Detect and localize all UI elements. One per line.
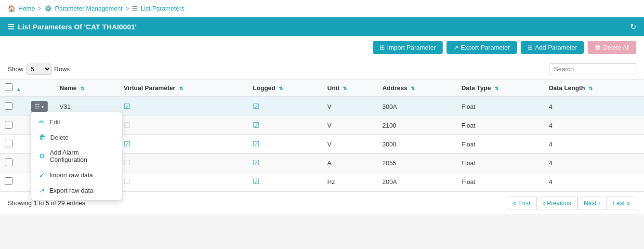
row-address: 200A (378, 172, 457, 191)
row-checkbox-cell (0, 154, 26, 172)
export-icon: ↗ (453, 44, 459, 51)
row-checkbox[interactable] (5, 102, 13, 110)
last-page-button[interactable]: Last » (607, 197, 636, 210)
row-unit: V (323, 116, 378, 135)
logged-checked-icon: ☑ (253, 177, 259, 185)
search-input[interactable] (550, 63, 636, 75)
table-container: ▲ Name ⇅ Virtual Parameter ⇅ Logged ⇅ Un… (0, 79, 644, 191)
previous-page-button[interactable]: ‹ Previous (537, 197, 578, 210)
th-virtual: Virtual Parameter ⇅ (119, 79, 248, 97)
th-logged: Logged ⇅ (248, 79, 323, 97)
first-page-button[interactable]: « First (507, 197, 537, 210)
row-unit: A (323, 154, 378, 172)
show-label: Show (8, 66, 24, 73)
row-logged: ☑ (248, 172, 323, 191)
toolbar: ⊞ Import Parameter ↗ Export Parameter ⊞ … (0, 36, 644, 59)
dropdown-item-edit[interactable]: ✏Edit (31, 114, 122, 130)
add-parameter-button[interactable]: ⊞ Add Parameter (521, 41, 584, 54)
th-unit: Unit ⇅ (323, 79, 378, 97)
th-address: Address ⇅ (378, 79, 457, 97)
row-virtual: ☐ (119, 116, 248, 135)
row-unit: V (323, 97, 378, 116)
row-checkbox-cell (0, 172, 26, 191)
breadcrumb-sep2: > (125, 5, 129, 12)
row-datalength: 4 (544, 154, 644, 172)
dropdown-item-add-alarm-configuration[interactable]: ⚙Add Alarm Configuration (31, 145, 122, 167)
import-parameter-button[interactable]: ⊞ Import Parameter (373, 41, 443, 54)
refresh-button[interactable]: ↻ (630, 22, 636, 31)
delete-label: Delete All (603, 44, 630, 51)
home-icon: 🏠 (8, 5, 15, 12)
alarm-icon: ⚙ (39, 152, 45, 160)
th-datatype: Data Type ⇅ (457, 79, 544, 97)
select-all-checkbox[interactable] (5, 83, 13, 91)
row-logged: ☑ (248, 116, 323, 135)
row-datatype: Float (457, 154, 544, 172)
breadcrumb-param-mgmt[interactable]: Parameter Management (55, 5, 122, 12)
action-dropdown-menu: ✏Edit🗑Delete⚙Add Alarm Configuration↙Imp… (31, 112, 122, 200)
delete-icon: 🗑 (39, 133, 46, 141)
import-icon: ⊞ (380, 44, 385, 51)
row-checkbox[interactable] (5, 158, 13, 166)
table-header: ▲ Name ⇅ Virtual Parameter ⇅ Logged ⇅ Un… (0, 79, 644, 97)
row-address: 2055 (378, 154, 457, 172)
delete-icon: 🗑 (594, 44, 601, 51)
row-address: 3000 (378, 135, 457, 154)
row-virtual: ☐ (119, 172, 248, 191)
row-virtual: ☐ (119, 154, 248, 172)
edit-icon: ✏ (39, 118, 45, 126)
table-row: ☰ ▾✏Edit🗑Delete⚙Add Alarm Configuration↙… (0, 97, 644, 116)
import-label: Import Parameter (387, 44, 436, 51)
list-icon: ☰ (8, 23, 14, 31)
showing-entries: Showing 1 to 5 of 29 entries (8, 199, 85, 207)
breadcrumb-param-mgmt-icon: ⚙️ (44, 5, 52, 12)
breadcrumb-sep1: > (38, 5, 42, 12)
logged-checked-icon: ☑ (253, 121, 259, 129)
row-datatype: Float (457, 135, 544, 154)
breadcrumb-list-icon: ☰ (132, 5, 138, 12)
dropdown-item-delete[interactable]: 🗑Delete (31, 130, 122, 145)
row-address: 2100 (378, 116, 457, 135)
dropdown-item-export-raw-data[interactable]: ↗Export raw data (31, 183, 122, 198)
row-action-cell: ☰ ▾✏Edit🗑Delete⚙Add Alarm Configuration↙… (26, 97, 55, 116)
row-virtual: ☑ (119, 97, 248, 116)
row-checkbox[interactable] (5, 140, 13, 147)
rows-per-page-select[interactable]: 5 10 25 50 100 (26, 64, 52, 75)
table-body: ☰ ▾✏Edit🗑Delete⚙Add Alarm Configuration↙… (0, 97, 644, 191)
add-label: Add Parameter (535, 44, 577, 51)
delete-all-button[interactable]: 🗑 Delete All (588, 41, 636, 54)
row-unit: V (323, 135, 378, 154)
row-unit: Hz (323, 172, 378, 191)
row-datalength: 4 (544, 116, 644, 135)
action-dropdown-button[interactable]: ☰ ▾ (31, 101, 48, 112)
row-datalength: 4 (544, 172, 644, 191)
row-datatype: Float (457, 97, 544, 116)
export-parameter-button[interactable]: ↗ Export Parameter (447, 41, 517, 54)
row-datalength: 4 (544, 135, 644, 154)
next-page-button[interactable]: Next › (578, 197, 607, 210)
row-checkbox-cell (0, 135, 26, 154)
row-checkbox[interactable] (5, 177, 13, 185)
page-header-title-area: ☰ List Parameters Of 'CAT THAI0001' (8, 23, 137, 31)
row-checkbox[interactable] (5, 121, 13, 129)
logged-checked-icon: ☑ (253, 158, 259, 167)
export-icon: ↗ (39, 186, 45, 194)
virtual-checked-icon: ☑ (124, 102, 130, 110)
breadcrumb-home[interactable]: Home (18, 5, 35, 12)
row-logged: ☑ (248, 154, 323, 172)
dropdown-item-import-raw-data[interactable]: ↙Import raw data (31, 167, 122, 183)
row-logged: ☑ (248, 135, 323, 154)
rows-label: Rows (54, 66, 70, 73)
th-name: Name ⇅ (55, 79, 119, 97)
row-datatype: Float (457, 172, 544, 191)
sort-icon-name: ▲ (16, 87, 21, 92)
virtual-unchecked-icon: ☐ (124, 158, 130, 167)
page-header: ☰ List Parameters Of 'CAT THAI0001' ↻ (0, 17, 644, 36)
import-icon: ↙ (39, 171, 45, 179)
row-checkbox-cell (0, 116, 26, 135)
th-action (26, 79, 55, 97)
breadcrumb-list-params[interactable]: List Parameters (141, 5, 184, 12)
row-logged: ☑ (248, 97, 323, 116)
add-icon: ⊞ (527, 44, 533, 51)
logged-checked-icon: ☑ (253, 140, 259, 148)
